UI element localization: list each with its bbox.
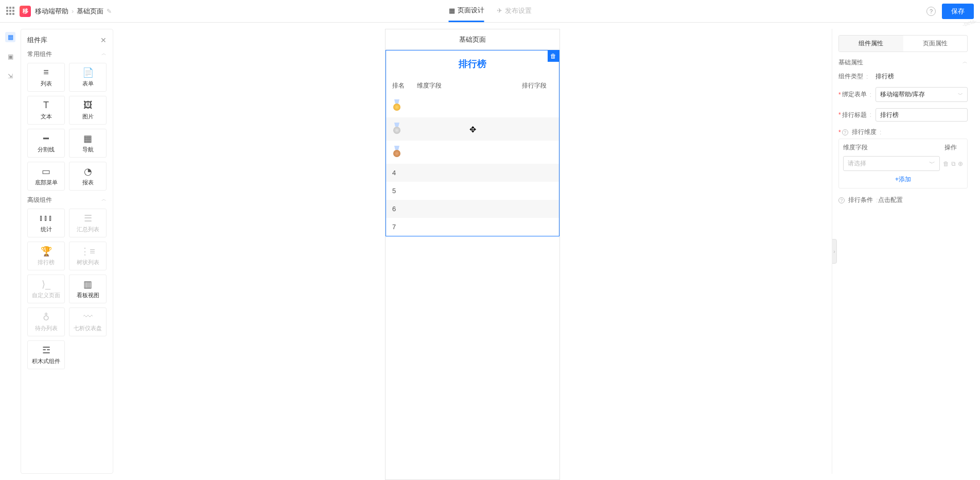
lib-item-tree-list[interactable]: ⋮≡树状列表 xyxy=(69,242,107,270)
tab-page-design-label: 页面设计 xyxy=(458,6,484,15)
gold-medal-icon xyxy=(392,99,401,111)
layout-icon: ▦ xyxy=(449,7,455,14)
rank-row xyxy=(386,141,559,164)
lib-item-leaderboard[interactable]: 🏆排行榜 xyxy=(27,242,65,270)
leaderboard-component[interactable]: 🗑 排行榜 排名 维度字段 排行字段 ✥ 4 5 6 xyxy=(386,50,559,236)
lib-item-text[interactable]: T文本 xyxy=(27,96,65,125)
lib-item-image[interactable]: 🖼图片 xyxy=(69,96,107,125)
blocks-icon: ☲ xyxy=(42,345,50,355)
rail-share-icon[interactable]: ⇲ xyxy=(5,71,15,81)
lib-item-kanban[interactable]: ▥看板视图 xyxy=(69,275,107,303)
lib-item-summary-list[interactable]: ☰汇总列表 xyxy=(69,209,107,237)
tab-page-design[interactable]: ▦ 页面设计 xyxy=(449,0,484,22)
breadcrumb-level-2[interactable]: 基础页面 xyxy=(77,7,103,16)
component-library-panel: 组件库 ✕ 常用组件 ︿ ≡列表 📄表单 T文本 🖼图片 ━分割线 ▦导航 ▭底… xyxy=(21,29,113,474)
rank-row xyxy=(386,94,559,117)
tab-component-props[interactable]: 组件属性 xyxy=(839,36,903,52)
library-title: 组件库 xyxy=(27,36,47,45)
library-section-advanced-title: 高级组件 xyxy=(27,196,52,204)
leaderboard-header: 排名 维度字段 排行字段 xyxy=(386,77,559,94)
dimension-row: 请选择 ﹀ 🗑 ⧉ ⊕ xyxy=(843,156,963,171)
kanban-icon: ▥ xyxy=(83,279,92,289)
nav-rail: ▦ ▣ ⇲ xyxy=(0,23,21,480)
tree-icon: ⋮≡ xyxy=(80,246,95,256)
lib-item-nav[interactable]: ▦导航 xyxy=(69,129,107,158)
delete-component-icon[interactable]: 🗑 xyxy=(548,50,559,62)
rail-image-icon[interactable]: ▣ xyxy=(5,52,15,62)
prop-rank-title: *排行标题: xyxy=(838,108,968,122)
prop-component-type: 组件类型: 排行榜 xyxy=(838,72,968,81)
rail-components-icon[interactable]: ▦ xyxy=(5,32,15,42)
lib-item-report[interactable]: ◔报表 xyxy=(69,162,107,191)
bronze-medal-icon xyxy=(392,146,401,157)
breadcrumb: 移动端帮助 › 基础页面 ✎ xyxy=(35,7,112,16)
move-cursor-icon: ✥ xyxy=(469,124,476,134)
stats-icon: ⫾⫾⫾ xyxy=(39,213,53,224)
save-button[interactable]: 保存 xyxy=(942,4,974,19)
apps-icon[interactable] xyxy=(6,7,15,16)
dimension-ops: 🗑 ⧉ ⊕ xyxy=(943,160,963,167)
copy-icon[interactable]: ⧉ xyxy=(951,160,956,167)
rank-title-input[interactable] xyxy=(876,108,968,122)
rank-row: 7 xyxy=(386,218,559,236)
rank-row: 6 xyxy=(386,200,559,218)
properties-tabs: 组件属性 页面属性 xyxy=(838,35,968,52)
close-icon[interactable]: ✕ xyxy=(100,36,107,44)
todo-icon: ♁ xyxy=(43,312,49,322)
lib-item-todo-list[interactable]: ♁待办列表 xyxy=(27,307,65,336)
library-header: 组件库 ✕ xyxy=(27,36,107,45)
nav-icon: ▦ xyxy=(83,133,92,144)
bottom-menu-icon: ▭ xyxy=(42,166,50,177)
delete-icon[interactable]: 🗑 xyxy=(943,160,949,167)
lib-item-divider[interactable]: ━分割线 xyxy=(27,129,65,158)
help-icon[interactable]: ? xyxy=(842,129,848,135)
bind-form-select[interactable]: 移动端帮助/库存 ﹀ xyxy=(876,87,968,102)
topbar: 移 移动端帮助 › 基础页面 ✎ ▦ 页面设计 ✈ 发布设置 ? 保存 xyxy=(0,0,980,23)
main: ▦ ▣ ⇲ 组件库 ✕ 常用组件 ︿ ≡列表 📄表单 T文本 🖼图片 ━分割线 … xyxy=(0,23,980,480)
silver-medal-icon xyxy=(392,123,401,134)
canvas-area: 基础页面 🗑 排行榜 排名 维度字段 排行字段 ✥ 4 5 xyxy=(113,23,832,480)
chevron-up-icon: ︿ xyxy=(962,58,968,67)
app-logo[interactable]: 移 xyxy=(20,6,31,17)
configure-condition-link[interactable]: 点击配置 xyxy=(878,196,903,203)
lib-item-blocks[interactable]: ☲积木式组件 xyxy=(27,340,65,369)
tab-page-props[interactable]: 页面属性 xyxy=(903,36,968,52)
lib-item-custom-page[interactable]: ⟩_自定义页面 xyxy=(27,275,65,303)
send-icon: ✈ xyxy=(497,7,502,14)
properties-panel: › 组件属性 页面属性 基础属性 ︿ 组件类型: 排行榜 *绑定表单: 移动端帮… xyxy=(832,29,974,474)
topbar-tabs: ▦ 页面设计 ✈ 发布设置 xyxy=(449,0,532,22)
props-section-basic-title: 基础属性 xyxy=(838,58,863,67)
lib-item-dashboard[interactable]: 〰七析仪表盘 xyxy=(69,307,107,336)
library-section-common-head[interactable]: 常用组件 ︿ xyxy=(27,50,107,59)
breadcrumb-separator: › xyxy=(72,7,74,15)
add-icon[interactable]: ⊕ xyxy=(958,160,963,167)
leaderboard-body: ✥ 4 5 6 7 xyxy=(386,94,559,236)
lib-item-stats[interactable]: ⫾⫾⫾统计 xyxy=(27,209,65,237)
lib-item-form[interactable]: 📄表单 xyxy=(69,63,107,92)
library-advanced-grid: ⫾⫾⫾统计 ☰汇总列表 🏆排行榜 ⋮≡树状列表 ⟩_自定义页面 ▥看板视图 ♁待… xyxy=(27,209,107,369)
topbar-left: 移 移动端帮助 › 基础页面 ✎ xyxy=(6,6,112,17)
help-icon[interactable]: ? xyxy=(926,7,936,16)
rank-row: 5 xyxy=(386,182,559,200)
props-section-basic-head[interactable]: 基础属性 ︿ xyxy=(838,58,968,67)
lib-item-list[interactable]: ≡列表 xyxy=(27,63,65,92)
chevron-down-icon: ﹀ xyxy=(958,91,963,98)
add-dimension-link[interactable]: +添加 xyxy=(843,175,963,184)
breadcrumb-level-1[interactable]: 移动端帮助 xyxy=(35,7,68,16)
panel-collapse-handle[interactable]: › xyxy=(832,239,837,264)
library-common-grid: ≡列表 📄表单 T文本 🖼图片 ━分割线 ▦导航 ▭底部菜单 ◔报表 xyxy=(27,63,107,191)
chevron-up-icon: ︿ xyxy=(101,196,107,204)
library-section-common-title: 常用组件 xyxy=(27,50,52,59)
list-icon: ≡ xyxy=(43,67,49,78)
report-icon: ◔ xyxy=(84,166,92,177)
form-icon: 📄 xyxy=(82,67,94,78)
tab-publish-settings[interactable]: ✈ 发布设置 xyxy=(497,0,532,22)
text-icon: T xyxy=(43,100,49,111)
library-section-advanced-head[interactable]: 高级组件 ︿ xyxy=(27,196,107,204)
lib-item-bottom-menu[interactable]: ▭底部菜单 xyxy=(27,162,65,191)
help-icon[interactable]: ? xyxy=(838,197,845,203)
dimension-select[interactable]: 请选择 ﹀ xyxy=(843,156,940,171)
rank-row: 4 xyxy=(386,164,559,182)
edit-icon[interactable]: ✎ xyxy=(107,8,112,15)
col-rank: 排名 xyxy=(392,81,417,90)
